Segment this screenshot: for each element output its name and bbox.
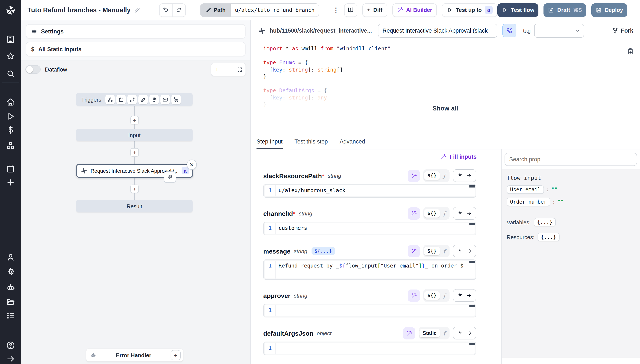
connect-input-button[interactable] — [453, 245, 476, 257]
trigger-scheduled-poll-icon[interactable] — [172, 95, 181, 104]
variables-expand-chip[interactable]: {...} — [534, 218, 556, 226]
test-up-to-button[interactable]: Test up to a — [442, 3, 497, 17]
fork-button[interactable]: Fork — [612, 27, 633, 34]
connect-input-button[interactable] — [453, 169, 476, 182]
function-mode-button[interactable]: ƒ — [440, 171, 449, 180]
prop-key-chip[interactable]: Order number — [507, 198, 550, 206]
trigger-kafka-icon[interactable] — [150, 95, 159, 104]
windmill-logo-icon[interactable] — [0, 0, 21, 20]
triggers-node[interactable]: Triggers — [76, 93, 192, 106]
settings-icon[interactable] — [6, 268, 15, 277]
flow-settings-button[interactable]: Settings — [26, 24, 246, 38]
deploy-button[interactable]: Deploy — [591, 3, 627, 17]
connect-input-button[interactable] — [453, 289, 476, 302]
ai-fill-button[interactable] — [408, 207, 420, 220]
tag-select[interactable] — [534, 24, 584, 38]
trigger-http-route-icon[interactable] — [128, 95, 137, 104]
search-prop-input[interactable] — [504, 153, 637, 166]
show-all-button[interactable]: Show all — [250, 104, 640, 112]
editor-content[interactable] — [276, 305, 475, 316]
field-editor-channelId[interactable]: 1customers — [263, 222, 476, 235]
search-icon[interactable] — [6, 69, 15, 78]
error-handler-node[interactable]: Error Handler + — [86, 349, 183, 362]
input-node[interactable]: Input — [76, 129, 192, 141]
field-editor-approver[interactable]: 1 — [263, 304, 476, 318]
add-step-button[interactable]: + — [130, 116, 139, 124]
field-editor-defaultArgsJson[interactable]: 1 — [263, 342, 476, 355]
expr-mode-button[interactable]: ${} — [424, 291, 440, 300]
audit-logs-icon[interactable] — [6, 311, 15, 320]
expr-mode-button[interactable]: Static — [419, 329, 440, 337]
ai-fill-button[interactable] — [408, 289, 420, 302]
zoom-out-button[interactable]: − — [223, 64, 234, 75]
editor-content[interactable] — [276, 343, 475, 354]
favorites-icon[interactable] — [6, 52, 15, 61]
resources-icon[interactable] — [6, 141, 15, 150]
users-icon[interactable] — [6, 253, 15, 262]
all-static-inputs-button[interactable]: $ All Static Inputs — [26, 42, 246, 56]
more-options-kebab-icon[interactable]: ⋮ — [333, 6, 339, 14]
path-input[interactable] — [231, 4, 319, 16]
add-error-handler-button[interactable]: + — [170, 350, 181, 360]
runs-icon[interactable] — [6, 112, 15, 121]
fit-view-button[interactable] — [234, 64, 246, 75]
suspend-approval-icon[interactable] — [164, 172, 176, 183]
fill-inputs-button[interactable]: Fill inputs — [250, 150, 501, 160]
flow-canvas[interactable]: Triggers + Input + Request Interactive S… — [21, 78, 250, 364]
undo-button[interactable] — [160, 4, 172, 16]
expand-sidebar-icon[interactable] — [6, 354, 15, 364]
redo-button[interactable] — [172, 4, 186, 16]
zoom-in-button[interactable]: + — [211, 64, 223, 75]
draft-button[interactable]: Draft⌘S — [544, 3, 586, 17]
resources-expand-chip[interactable]: {...} — [538, 233, 560, 241]
editor-content[interactable]: Refund request by _${flow_input["User em… — [276, 261, 475, 278]
result-node[interactable]: Result — [76, 200, 192, 212]
expr-mode-button[interactable]: ${} — [424, 172, 440, 180]
expr-mode-button[interactable]: ${} — [424, 247, 440, 255]
function-mode-button[interactable]: ƒ — [440, 329, 449, 338]
trigger-webhook-icon[interactable] — [106, 95, 115, 104]
ai-builder-button[interactable]: AI Builder — [392, 3, 437, 17]
tab-advanced[interactable]: Advanced — [340, 138, 365, 149]
docs-button[interactable] — [344, 3, 357, 17]
tab-test-this-step[interactable]: Test this step — [294, 138, 328, 149]
schedules-icon[interactable] — [6, 164, 15, 174]
workspace-icon[interactable] — [6, 35, 15, 44]
editor-content[interactable]: customers — [276, 223, 475, 234]
field-editor-slackResourcePath[interactable]: 1u/alex/humorous_slack — [263, 184, 476, 198]
ai-fill-button[interactable] — [408, 170, 420, 182]
trigger-websocket-icon[interactable] — [138, 95, 148, 104]
function-mode-button[interactable]: ƒ — [440, 246, 449, 256]
tab-step-input[interactable]: Step Input — [256, 138, 282, 149]
connect-input-button[interactable] — [453, 207, 476, 220]
add-icon[interactable] — [6, 178, 15, 187]
home-icon[interactable] — [6, 97, 15, 107]
expr-mode-button[interactable]: ${} — [424, 209, 440, 218]
diff-button[interactable]: ±Diff — [362, 3, 387, 17]
suspend-approval-button[interactable] — [502, 24, 516, 37]
code-editor[interactable]: import * as wmill from "windmill-client"… — [263, 45, 391, 108]
editor-content[interactable]: u/alex/humorous_slack — [276, 186, 475, 196]
step-node-slack-approval[interactable]: Request Interactive Slack Approval (... … — [76, 164, 193, 178]
script-hub-path[interactable]: hub/11500/slack/request_interactive... — [270, 27, 372, 34]
copy-code-icon[interactable] — [627, 48, 634, 55]
edit-title-pencil-icon[interactable] — [134, 6, 140, 13]
test-flow-button[interactable]: Test flow — [497, 3, 538, 17]
remove-step-button[interactable]: ✕ — [187, 160, 197, 170]
ai-fill-button[interactable] — [403, 327, 415, 339]
help-icon[interactable] — [6, 341, 15, 350]
prop-key-chip[interactable]: User email — [507, 186, 544, 194]
field-editor-message[interactable]: 1Refund request by _${flow_input["User e… — [263, 260, 476, 280]
trigger-schedule-icon[interactable] — [116, 95, 126, 104]
step-summary-input[interactable] — [378, 24, 497, 38]
trigger-email-icon[interactable] — [160, 95, 170, 104]
dataflow-toggle[interactable] — [26, 65, 41, 74]
variables-icon[interactable] — [6, 125, 15, 134]
add-step-button[interactable]: + — [130, 148, 139, 156]
folders-icon[interactable] — [6, 297, 15, 306]
workers-icon[interactable] — [6, 283, 15, 292]
ai-fill-button[interactable] — [408, 245, 420, 257]
add-step-button[interactable]: + — [130, 184, 139, 193]
function-mode-button[interactable]: ƒ — [440, 209, 449, 218]
function-mode-button[interactable]: ƒ — [440, 291, 449, 300]
